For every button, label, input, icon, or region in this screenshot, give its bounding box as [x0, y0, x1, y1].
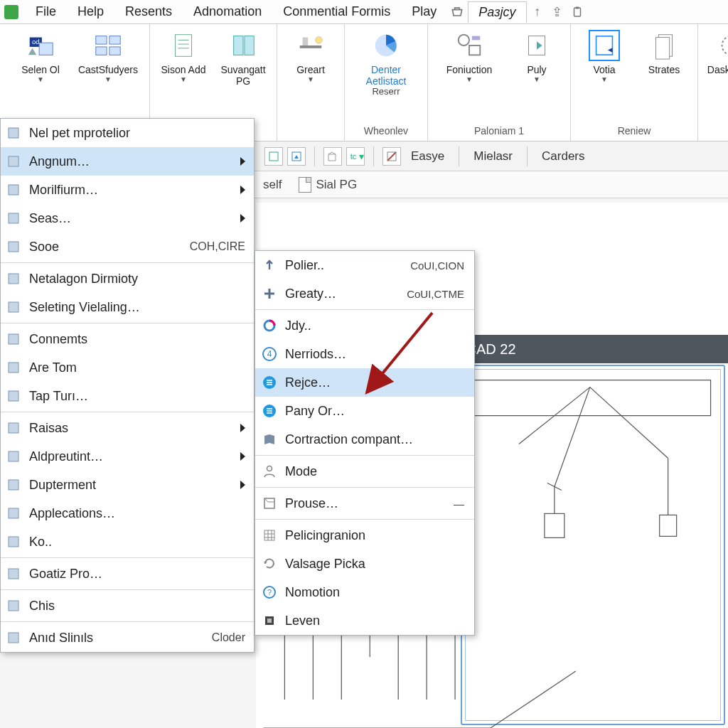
tool-icon-4[interactable]: tc▾: [346, 147, 365, 166]
menu-item[interactable]: Raisas: [1, 414, 254, 442]
ribbon-btn-suvangatt[interactable]: Suvangatt PG: [215, 28, 271, 88]
menu-item[interactable]: Ko..: [1, 528, 254, 556]
tab-label: Sial PG: [316, 178, 357, 192]
submenu-item[interactable]: Rejce…: [255, 368, 474, 397]
menu-adnomation[interactable]: Adnomation: [183, 1, 272, 22]
ribbon-group-label: Reniew: [577, 122, 692, 141]
tool-icon-5[interactable]: [382, 147, 401, 166]
svg-text:tc: tc: [350, 152, 356, 161]
submenu-item-shortcut: —: [454, 498, 464, 510]
ribbon-label: Votia: [593, 64, 615, 75]
svg-rect-32: [269, 152, 278, 161]
ribbon-btn-denter[interactable]: Denter Aetlistact Reserr: [350, 28, 422, 99]
toolbar-separator: [527, 146, 528, 166]
menu-item-icon: [5, 629, 22, 646]
ribbon-btn-greart[interactable]: Greart ▼: [283, 28, 338, 85]
menu-resents[interactable]: Resents: [115, 1, 182, 22]
plus-icon: [261, 285, 278, 302]
menu-item[interactable]: Are Tom: [1, 353, 254, 382]
svg-rect-48: [9, 213, 18, 223]
ribbon-group-label: Wheonlev: [350, 122, 422, 141]
menu-item[interactable]: Applecations…: [1, 499, 254, 528]
menu-separator: [255, 487, 474, 488]
menu-item[interactable]: Morilfiurm…: [1, 176, 254, 204]
submenu-item[interactable]: Valsage Picka: [255, 550, 474, 578]
chevron-down-icon: ▼: [180, 75, 187, 84]
tool-icon-2[interactable]: [287, 147, 306, 166]
svg-rect-1: [575, 6, 579, 9]
menu-item[interactable]: Tap Turı…: [1, 382, 254, 410]
ribbon-btn-puly[interactable]: Puly ▼: [509, 28, 564, 85]
submenu-item[interactable]: Greaty…CoUI,CTME: [255, 279, 474, 308]
toolbar-carders[interactable]: Carders: [536, 148, 590, 165]
ribbon-tab-active[interactable]: Paзjcy: [468, 1, 526, 23]
ribbon-btn-foniuction[interactable]: Foniuction ▼: [434, 28, 505, 85]
svg-rect-61: [9, 601, 18, 611]
ribbon-label: Puly: [527, 64, 546, 75]
grid-icon: [261, 527, 278, 544]
submenu-item[interactable]: Mode: [255, 457, 474, 486]
submenu-item[interactable]: Prouse…—: [255, 489, 474, 518]
doc-tab-self[interactable]: self: [263, 178, 282, 192]
ribbon-label: Foniuction: [446, 64, 493, 75]
svg-text:od: od: [32, 38, 40, 46]
menu-item[interactable]: Aldpreutint…: [1, 442, 254, 471]
menu-item-label: Seleting Vielaling…: [29, 300, 245, 315]
menu-item-icon: [5, 533, 22, 550]
toolbar-easye[interactable]: Easye: [405, 148, 450, 165]
clipboard-icon[interactable]: [568, 3, 587, 21]
ribbon-group-label: [283, 122, 338, 141]
svg-rect-6: [109, 36, 120, 44]
menu-conmential[interactable]: Conmential Formis: [273, 1, 400, 22]
menu-file[interactable]: File: [26, 1, 66, 22]
arrow-up-icon[interactable]: ↑: [528, 3, 547, 21]
menu-item[interactable]: Connemts: [1, 325, 254, 353]
submenu-item[interactable]: Polier..CoUI,CION: [255, 251, 474, 279]
ribbon-btn-strates[interactable]: Strates: [636, 28, 692, 77]
svg-rect-24: [596, 36, 613, 55]
menu-item[interactable]: Chis: [1, 592, 254, 620]
tool-icon-1[interactable]: [264, 147, 283, 166]
submenu-item[interactable]: Pelicingranion: [255, 521, 474, 550]
menu-item[interactable]: Dupterment: [1, 471, 254, 499]
submenu-item[interactable]: 4Nerriods…: [255, 340, 474, 368]
menu-item[interactable]: Anıd SlinılsCloder: [1, 623, 254, 652]
submenu-item[interactable]: Jdy..: [255, 311, 474, 340]
tab-label: self: [263, 178, 282, 192]
menu-help[interactable]: Help: [68, 1, 114, 22]
svg-rect-74: [267, 619, 272, 623]
menu-item-label: Tap Turı…: [29, 389, 245, 404]
submenu-item[interactable]: Cortraction compant…: [255, 425, 474, 454]
menu-item-shortcut: COH,CIRE: [190, 240, 245, 253]
menu-item[interactable]: Seleting Vielaling…: [1, 293, 254, 321]
ribbon-btn-selen[interactable]: od Selen Ol ▼: [13, 28, 68, 85]
submenu-item[interactable]: Pany Or…: [255, 397, 474, 425]
tool-icon-3[interactable]: [323, 147, 342, 166]
ribbon-btn-dask[interactable]: Dask Diser: [704, 28, 728, 77]
menu-item[interactable]: Seas…: [1, 204, 254, 232]
shopping-icon[interactable]: [448, 3, 466, 21]
doc-tab-sial[interactable]: Sial PG: [299, 177, 357, 193]
suvangatt-icon: [228, 30, 259, 61]
sison-icon: [168, 30, 199, 61]
menu-item[interactable]: Angnum…: [1, 147, 254, 176]
svg-rect-46: [9, 156, 18, 166]
menu-item-icon: [5, 387, 22, 405]
menu-item[interactable]: Nel pet mprotelior: [1, 119, 254, 147]
svg-rect-27: [656, 38, 670, 60]
share-icon[interactable]: ⇪: [548, 3, 567, 21]
selen-icon: od: [25, 30, 56, 61]
menu-item[interactable]: Netalagon Dirmioty: [1, 264, 254, 293]
menu-play[interactable]: Play: [402, 1, 446, 22]
menu-item-label: Raisas: [29, 421, 233, 436]
ribbon-btn-castsfudyers[interactable]: CastSfudyers ▼: [73, 28, 144, 85]
submenu-item[interactable]: Leven: [255, 606, 474, 635]
menu-item-icon: [5, 597, 22, 614]
ribbon-btn-sison[interactable]: Sison Add ▼: [156, 28, 211, 85]
menu-item[interactable]: Goatiz Pro…: [1, 560, 254, 588]
ribbon-btn-votia[interactable]: Votia ▼: [577, 28, 632, 85]
menu-item[interactable]: SooeCOH,CIRE: [1, 232, 254, 261]
submenu-item[interactable]: ?Nomotion: [255, 578, 474, 606]
svg-rect-9: [176, 35, 192, 57]
toolbar-mielasr[interactable]: Mielasr: [468, 148, 518, 165]
